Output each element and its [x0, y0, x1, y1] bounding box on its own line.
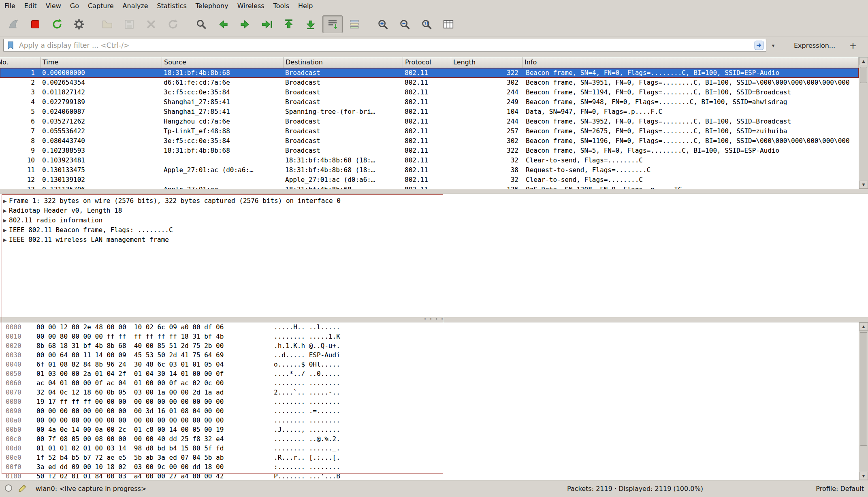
go-forward-button[interactable]	[235, 15, 255, 33]
pane-splitter[interactable]	[0, 189, 868, 194]
close-file-button[interactable]	[141, 15, 161, 33]
pane-splitter-handle[interactable]	[0, 317, 868, 322]
go-first-button[interactable]	[279, 15, 299, 33]
go-last-button[interactable]	[301, 15, 321, 33]
menu-file[interactable]: File	[0, 0, 20, 12]
packet-row[interactable]: 130.131135706Apple_27:01:ac18:31:bf:4b:8…	[0, 185, 859, 189]
zoom-out-button[interactable]	[395, 15, 415, 33]
cell-info: Beacon frame, SN=2675, FN=0, Flags=.....…	[523, 126, 859, 136]
detail-row[interactable]: ▶IEEE 802.11 wireless LAN management fra…	[0, 235, 868, 245]
expander-icon[interactable]: ▶	[0, 237, 9, 243]
expert-info-icon[interactable]	[4, 484, 13, 494]
menu-help[interactable]: Help	[294, 0, 317, 12]
stop-capture-button[interactable]	[25, 15, 45, 33]
reload-file-button[interactable]	[163, 15, 183, 33]
hex-row[interactable]: 000000 00 12 00 2e 48 00 00 10 02 6c 09 …	[0, 322, 868, 332]
colorize-button[interactable]	[344, 15, 365, 33]
packet-row[interactable]: 30.0118271423c:f5:cc:0e:35:84Broadcast80…	[0, 87, 859, 97]
profile-label[interactable]: Profile: Default	[816, 480, 864, 497]
menu-analyze[interactable]: Analyze	[118, 0, 153, 12]
menu-capture[interactable]: Capture	[83, 0, 118, 12]
packet-row[interactable]: 60.035271262Hangzhou_cd:7a:6eBroadcast80…	[0, 117, 859, 126]
packet-row[interactable]: 70.055536422Tp-LinkT_ef:48:88Broadcast80…	[0, 126, 859, 136]
column-header-time[interactable]: Time	[41, 57, 162, 68]
scroll-thumb[interactable]	[860, 332, 867, 446]
detail-row[interactable]: ▶802.11 radio information	[0, 215, 868, 225]
filter-bookmark-icon[interactable]	[6, 41, 16, 52]
scroll-down-button[interactable]: ▼	[859, 472, 868, 480]
packet-row[interactable]: 50.024060087Shanghai_27:85:41Spanning-tr…	[0, 107, 859, 117]
auto-scroll-button[interactable]	[322, 15, 343, 33]
hex-row[interactable]: 001000 00 80 00 00 00 ff ff ff ff ff ff …	[0, 332, 868, 341]
hex-row[interactable]: 00208b 68 18 31 bf 4b 8b 68 40 00 85 51 …	[0, 341, 868, 350]
menu-wireless[interactable]: Wireless	[233, 0, 269, 12]
hex-row[interactable]: 00c000 7f 08 05 00 08 00 00 00 00 40 dd …	[0, 434, 868, 444]
hex-row[interactable]: 0060ac 04 01 00 00 0f ac 04 01 00 00 0f …	[0, 378, 868, 388]
menu-tools[interactable]: Tools	[269, 0, 294, 12]
menu-view[interactable]: View	[41, 0, 66, 12]
hex-row[interactable]: 010050 f2 02 01 01 84 00 03 a4 00 00 27 …	[0, 471, 868, 480]
expander-icon[interactable]: ▶	[0, 218, 9, 223]
display-filter-input[interactable]	[3, 39, 766, 52]
hex-row[interactable]: 005001 03 00 00 2a 01 04 2f 01 04 30 14 …	[0, 369, 868, 378]
filter-add-button[interactable]: +	[846, 39, 860, 52]
detail-row[interactable]: ▶Radiotap Header v0, Length 18	[0, 206, 868, 215]
cell-info: Beacon frame, SN=4, FN=0, Flags=........…	[523, 68, 859, 78]
go-back-button[interactable]	[213, 15, 233, 33]
packet-row[interactable]: 10.00000000018:31:bf:4b:8b:68Broadcast80…	[0, 68, 859, 78]
go-to-packet-button[interactable]	[257, 15, 277, 33]
expression-button[interactable]: Expression...	[790, 39, 839, 52]
start-capture-button[interactable]	[3, 15, 23, 33]
column-header-destination[interactable]: Destination	[284, 57, 403, 68]
hex-row[interactable]: 00e01f 52 b4 b5 b7 72 ae e5 5b ab 3a ed …	[0, 453, 868, 462]
scroll-down-button[interactable]: ▼	[859, 181, 868, 189]
column-header-length[interactable]: Length	[451, 57, 523, 68]
column-header-info[interactable]: Info	[523, 57, 859, 68]
hex-row[interactable]: 009000 00 00 00 00 00 00 00 00 3d 16 01 …	[0, 406, 868, 416]
column-header-no[interactable]: No.	[0, 57, 41, 68]
restart-capture-button[interactable]	[47, 15, 67, 33]
scroll-up-button[interactable]: ▲	[859, 57, 868, 65]
hex-row[interactable]: 003000 00 64 00 11 14 00 09 45 53 50 2d …	[0, 350, 868, 360]
hex-row[interactable]: 00b000 4a 0e 14 00 0a 00 2c 01 c8 00 14 …	[0, 425, 868, 434]
packet-row[interactable]: 20.002654354d6:61:fe:cd:7a:6eBroadcast80…	[0, 78, 859, 87]
packet-row[interactable]: 80.0804437403e:f5:cc:0e:35:84Broadcast80…	[0, 136, 859, 146]
packet-row[interactable]: 120.130139102Apple_27:01:ac (d0:a6:…802.…	[0, 175, 859, 185]
zoom-reset-button[interactable]	[416, 15, 437, 33]
column-header-protocol[interactable]: Protocol	[403, 57, 451, 68]
packet-list-scrollbar[interactable]: ▲ ▼	[859, 57, 868, 189]
detail-row[interactable]: ▶Frame 1: 322 bytes on wire (2576 bits),…	[0, 196, 868, 206]
hex-row[interactable]: 007032 04 0c 12 18 60 0b 05 03 00 1a 00 …	[0, 388, 868, 397]
hex-row[interactable]: 008019 17 ff ff ff 00 00 00 00 00 00 00 …	[0, 397, 868, 406]
menu-statistics[interactable]: Statistics	[153, 0, 191, 12]
expander-icon[interactable]: ▶	[0, 198, 9, 204]
packet-row[interactable]: 90.10238859318:31:bf:4b:8b:68Broadcast80…	[0, 146, 859, 156]
bytes-scrollbar[interactable]: ▲ ▼	[859, 322, 868, 480]
hex-row[interactable]: 00f03a ed dd 09 00 10 18 02 03 00 9c 00 …	[0, 462, 868, 471]
resize-columns-button[interactable]	[438, 15, 459, 33]
menu-go[interactable]: Go	[66, 0, 83, 12]
capture-comment-icon[interactable]	[18, 484, 27, 494]
packet-row[interactable]: 110.130133475Apple_27:01:ac (d0:a6:…18:3…	[0, 165, 859, 175]
expander-icon[interactable]: ▶	[0, 228, 9, 233]
open-file-button[interactable]	[97, 15, 117, 33]
zoom-in-button[interactable]	[373, 15, 393, 33]
column-header-source[interactable]: Source	[162, 57, 284, 68]
scroll-thumb[interactable]	[860, 67, 867, 83]
filter-apply-icon[interactable]	[754, 41, 764, 52]
capture-options-button[interactable]	[69, 15, 89, 33]
zoom-out-icon	[399, 18, 411, 30]
packet-row[interactable]: 40.022799189Shanghai_27:85:41Broadcast80…	[0, 97, 859, 107]
find-packet-button[interactable]	[191, 15, 211, 33]
hex-row[interactable]: 00d001 01 01 02 01 00 03 14 98 d8 bd b4 …	[0, 444, 868, 453]
save-file-button[interactable]	[119, 15, 139, 33]
menu-telephony[interactable]: Telephony	[191, 0, 233, 12]
hex-row[interactable]: 00406f 01 08 82 84 8b 96 24 30 48 6c 03 …	[0, 360, 868, 369]
filter-dropdown-button[interactable]: ▾	[767, 39, 779, 52]
expander-icon[interactable]: ▶	[0, 208, 9, 213]
packet-row[interactable]: 100.10392348118:31:bf:4b:8b:68 (18:…802.…	[0, 156, 859, 165]
scroll-up-button[interactable]: ▲	[859, 322, 868, 331]
hex-row[interactable]: 00a000 00 00 00 00 00 00 00 00 00 00 00 …	[0, 416, 868, 425]
menu-edit[interactable]: Edit	[20, 0, 41, 12]
detail-row[interactable]: ▶IEEE 802.11 Beacon frame, Flags: ......…	[0, 225, 868, 235]
